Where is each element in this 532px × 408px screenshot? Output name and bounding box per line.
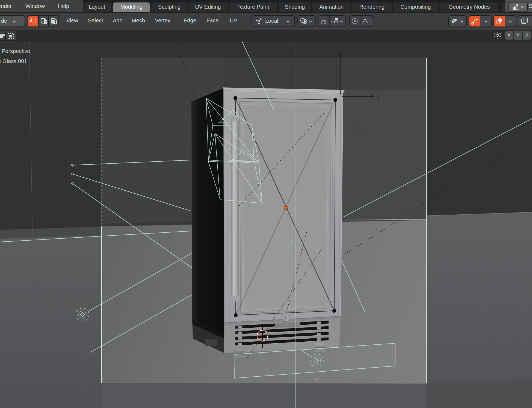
- svg-text:Z: Z: [339, 48, 342, 54]
- svg-text:X: X: [376, 93, 380, 100]
